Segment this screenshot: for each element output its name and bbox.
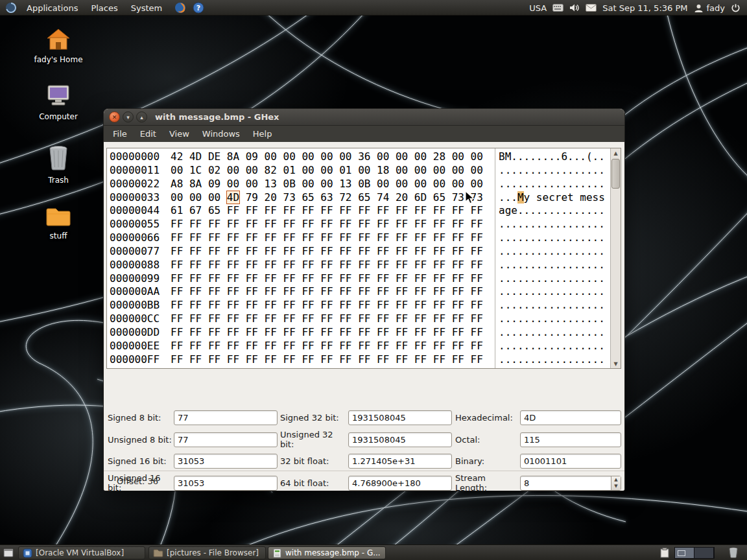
hex-row[interactable]: 000000BBFF FF FF FF FF FF FF FF FF FF FF…: [110, 299, 495, 312]
clock[interactable]: Sat Sep 11, 5:36 PM: [602, 3, 687, 13]
statusbar: Offset: 36: [104, 471, 624, 491]
signed-8-bit-input[interactable]: [174, 410, 278, 425]
desktop-icon-computer[interactable]: Computer: [31, 84, 86, 121]
help-launcher-icon[interactable]: ?: [193, 2, 204, 14]
hex-row[interactable]: 0000003300 00 00 4D 79 20 73 65 63 72 65…: [110, 191, 495, 205]
scroll-down-icon[interactable]: ▼: [611, 359, 621, 368]
ascii-row[interactable]: .................: [499, 312, 610, 326]
hex-row[interactable]: 000000AAFF FF FF FF FF FF FF FF FF FF FF…: [110, 285, 495, 299]
offset-label: 00000055: [110, 218, 160, 230]
signed-16-bit-input[interactable]: [174, 454, 278, 469]
hexadecimal-label: Hexadecimal:: [452, 413, 520, 423]
ascii-cursor[interactable]: M: [517, 191, 524, 204]
view-menu[interactable]: View: [163, 127, 196, 141]
ascii-row[interactable]: BM........6...(..: [499, 150, 610, 164]
ascii-row[interactable]: .................: [499, 178, 610, 191]
ascii-row[interactable]: ...My secret mess: [499, 191, 610, 205]
panel-trash-icon[interactable]: [729, 547, 738, 558]
browser-launcher-icon[interactable]: [174, 2, 186, 14]
minimize-button[interactable]: ▾: [123, 111, 134, 122]
maximize-button[interactable]: ▴: [136, 111, 147, 122]
unsigned-8-bit-input[interactable]: [174, 432, 278, 447]
float-32-label: 32 bit float:: [278, 456, 348, 466]
mail-icon[interactable]: [586, 4, 597, 12]
desktop-icon-home[interactable]: fady's Home: [31, 29, 86, 64]
workspace-2[interactable]: [694, 548, 714, 558]
ascii-row[interactable]: .................: [499, 285, 610, 299]
taskbar-item-label: [pictures - File Browser]: [167, 548, 259, 557]
hex-row[interactable]: 0000004461 67 65 FF FF FF FF FF FF FF FF…: [110, 204, 495, 218]
ascii-row[interactable]: .................: [499, 259, 610, 272]
hex-row[interactable]: 00000055FF FF FF FF FF FF FF FF FF FF FF…: [110, 218, 495, 231]
octal-input[interactable]: [520, 432, 621, 447]
desktop-icon-label: Trash: [48, 176, 69, 185]
hex-row[interactable]: 00000099FF FF FF FF FF FF FF FF FF FF FF…: [110, 272, 495, 286]
hex-row[interactable]: 00000066FF FF FF FF FF FF FF FF FF FF FF…: [110, 231, 495, 245]
desktop-icon-label: fady's Home: [34, 55, 82, 64]
ascii-row[interactable]: .................: [499, 340, 610, 353]
applications-menu[interactable]: Applications: [23, 1, 81, 15]
desktop-icon-stuff[interactable]: stuff: [31, 206, 86, 240]
help-menu[interactable]: Help: [246, 127, 279, 141]
ascii-row[interactable]: .................: [499, 299, 610, 312]
float-32-input[interactable]: [348, 454, 452, 469]
folder-icon: [45, 206, 71, 229]
hex-row[interactable]: 000000CCFF FF FF FF FF FF FF FF FF FF FF…: [110, 312, 495, 326]
workspace-1[interactable]: [675, 548, 694, 558]
hex-row[interactable]: 0000000042 4D DE 8A 09 00 00 00 00 00 36…: [110, 150, 495, 164]
hex-row[interactable]: 000000FFFF FF FF FF FF FF FF FF FF FF FF…: [110, 353, 495, 367]
windows-menu[interactable]: Windows: [196, 127, 246, 141]
ascii-row[interactable]: .................: [499, 326, 610, 340]
hex-rows[interactable]: 0000000042 4D DE 8A 09 00 00 00 00 00 36…: [107, 148, 495, 368]
keyboard-icon[interactable]: [552, 4, 563, 12]
signed-32-bit-input[interactable]: [348, 410, 452, 425]
taskbar-item-virtualbox[interactable]: [Oracle VM VirtualBox]: [18, 546, 145, 559]
signed-16-bit-label: Signed 16 bit:: [108, 456, 174, 466]
ascii-row[interactable]: .................: [499, 218, 610, 231]
unsigned-32-bit-input[interactable]: [348, 432, 452, 447]
hex-scrollbar[interactable]: ▲ ▼: [610, 148, 621, 368]
system-menu[interactable]: System: [128, 1, 165, 15]
workspace-switcher[interactable]: [674, 547, 715, 559]
scroll-up-icon[interactable]: ▲: [611, 148, 621, 158]
ascii-rows[interactable]: BM........6...(.........................…: [495, 148, 610, 368]
ascii-row[interactable]: age..............: [499, 204, 610, 218]
places-menu[interactable]: Places: [88, 1, 121, 15]
ascii-row[interactable]: .................: [499, 164, 610, 178]
ascii-row[interactable]: .................: [499, 272, 610, 286]
hex-row[interactable]: 000000EEFF FF FF FF FF FF FF FF FF FF FF…: [110, 340, 495, 353]
file-menu[interactable]: File: [106, 127, 134, 141]
hexadecimal-input[interactable]: [520, 410, 621, 425]
ascii-row[interactable]: .................: [499, 353, 610, 367]
hex-cursor[interactable]: 4D: [227, 191, 239, 204]
show-desktop-icon[interactable]: [3, 548, 14, 557]
close-button[interactable]: ✕: [109, 111, 120, 122]
distro-logo-icon[interactable]: [5, 2, 17, 14]
window-titlebar[interactable]: ✕ ▾ ▴ with message.bmp - GHex: [104, 109, 624, 126]
unsigned-8-bit-label: Unsigned 8 bit:: [108, 435, 174, 445]
user-menu[interactable]: fady: [694, 3, 726, 13]
taskbar-item-ghex[interactable]: with message.bmp - G...: [268, 546, 386, 559]
hex-row[interactable]: 00000088FF FF FF FF FF FF FF FF FF FF FF…: [110, 259, 495, 272]
clipboard-icon[interactable]: [660, 548, 669, 558]
volume-icon[interactable]: [569, 3, 580, 12]
taskbar-item-file-browser[interactable]: [pictures - File Browser]: [148, 546, 266, 559]
hex-row[interactable]: 0000001100 1C 02 00 00 82 01 00 00 01 00…: [110, 164, 495, 178]
hex-editor-panel: 0000000042 4D DE 8A 09 00 00 00 00 00 36…: [106, 148, 621, 369]
hex-row[interactable]: 000000DDFF FF FF FF FF FF FF FF FF FF FF…: [110, 326, 495, 340]
ascii-row[interactable]: .................: [499, 245, 610, 259]
hex-row[interactable]: 00000022A8 8A 09 00 00 13 0B 00 00 13 0B…: [110, 178, 495, 191]
binary-input[interactable]: [520, 454, 621, 469]
offset-label: 00000000: [110, 150, 160, 163]
keyboard-layout-indicator[interactable]: USA: [529, 3, 547, 13]
desktop: Applications Places System ? USA Sat Sep…: [0, 0, 747, 560]
ascii-row[interactable]: .................: [499, 231, 610, 245]
hex-row[interactable]: 00000077FF FF FF FF FF FF FF FF FF FF FF…: [110, 245, 495, 259]
octal-label: Octal:: [452, 435, 520, 445]
offset-label: 000000EE: [110, 340, 160, 352]
desktop-icon-trash[interactable]: Trash: [31, 145, 86, 185]
edit-menu[interactable]: Edit: [134, 127, 163, 141]
offset-label: 000000BB: [110, 299, 160, 311]
power-icon[interactable]: [731, 3, 741, 13]
scrollbar-thumb[interactable]: [611, 159, 620, 189]
